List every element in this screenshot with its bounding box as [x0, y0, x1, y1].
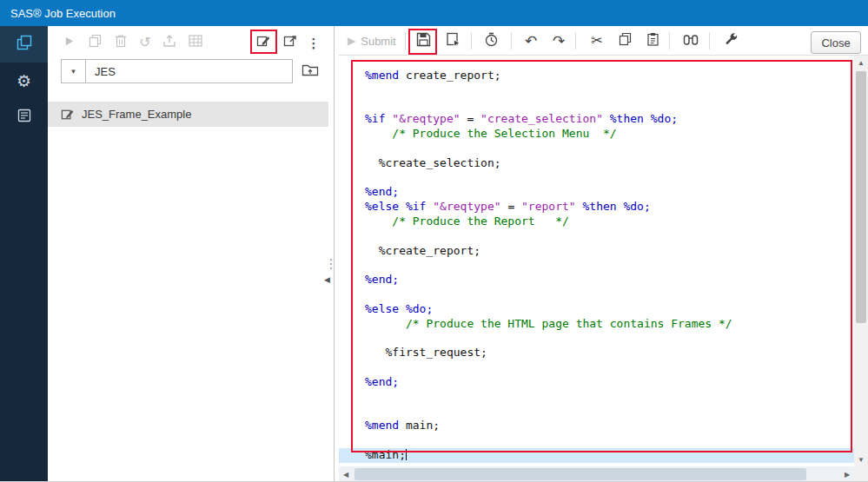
code-token: %main; [365, 448, 406, 461]
run-button[interactable] [57, 31, 80, 54]
app-header: SAS® Job Execution [0, 0, 868, 26]
copy-button[interactable] [613, 30, 636, 52]
code-line[interactable]: %main; [339, 448, 854, 463]
folder-up-icon [301, 63, 319, 81]
code-line[interactable] [365, 142, 854, 156]
code-line[interactable] [365, 98, 854, 113]
toolbar-separator [471, 32, 472, 50]
scroll-right-arrow[interactable]: ▶ [840, 466, 854, 482]
cut-button[interactable]: ✂ [586, 30, 608, 52]
code-token: /* Produce the Report */ [365, 215, 569, 228]
scroll-left-arrow[interactable]: ◀ [339, 466, 353, 482]
code-token: %end; [365, 375, 399, 388]
run-code-button[interactable] [441, 30, 464, 52]
code-token: /* Produce the Selection Menu */ [365, 127, 617, 140]
code-line[interactable]: %first_request; [365, 346, 854, 360]
code-token: = [501, 200, 521, 213]
code-token: %if [365, 112, 385, 125]
save-button[interactable] [412, 30, 434, 52]
code-line[interactable] [365, 331, 854, 346]
table-view-button[interactable] [184, 31, 207, 54]
horizontal-scroll-thumb[interactable] [354, 468, 806, 480]
code-line[interactable] [365, 258, 854, 273]
code-line[interactable]: %end; [365, 185, 854, 200]
code-token [399, 200, 406, 213]
code-line[interactable] [365, 390, 854, 405]
redo-button[interactable]: ↷ [547, 30, 570, 52]
vertical-scroll-thumb[interactable] [856, 71, 866, 323]
edit-job-button[interactable] [252, 31, 275, 54]
code-token: %create_selection; [365, 156, 501, 169]
app-window: SAS® Job Execution ⚙ ↺ [0, 0, 868, 482]
wrench-icon [724, 32, 739, 50]
collapse-panel-arrow[interactable]: ◀ [324, 274, 333, 285]
vertical-scrollbar[interactable]: ▲ ▼ [854, 56, 868, 466]
code-line[interactable] [365, 360, 854, 375]
code-line[interactable] [365, 404, 854, 419]
code-token: %if [406, 200, 426, 213]
refresh-icon: ↺ [139, 36, 150, 50]
code-line[interactable]: %create_selection; [365, 156, 854, 171]
code-line[interactable]: %end; [365, 273, 854, 287]
code-token: "&reqtype" [392, 112, 460, 125]
find-button[interactable] [679, 30, 702, 52]
folder-dropdown-button[interactable]: ▼ [62, 60, 86, 83]
rail-item-settings[interactable]: ⚙ [0, 63, 48, 99]
list-item[interactable]: JES_Frame_Example [48, 102, 328, 127]
code-token: "report" [521, 200, 576, 213]
code-line[interactable]: /* Produce the Selection Menu */ [365, 127, 854, 142]
import-button[interactable] [158, 31, 181, 54]
redo-icon: ↷ [553, 34, 565, 49]
code-line[interactable]: /* Produce the HTML page that contains F… [365, 317, 854, 332]
code-line[interactable]: %mend main; [365, 419, 854, 433]
schedule-button[interactable] [480, 30, 502, 52]
job-file-icon [61, 108, 75, 122]
code-line[interactable]: %if "&reqtype" = "create_selection" %the… [365, 112, 854, 127]
code-token: %do; [623, 200, 650, 213]
code-editor[interactable]: %mend create_report; %if "&reqtype" = "c… [339, 56, 854, 466]
code-line[interactable]: %else %do; [365, 302, 854, 317]
folder-value[interactable]: JES [86, 65, 116, 78]
delete-button[interactable] [109, 31, 132, 54]
tools-button[interactable] [719, 30, 742, 52]
close-label: Close [821, 36, 850, 50]
code-line[interactable] [365, 229, 854, 244]
editor-toolbar: ▶ Submit ↶ ↷ ✂ [339, 26, 868, 56]
copy-button[interactable] [83, 31, 106, 54]
rail-item-job-history[interactable] [0, 99, 48, 135]
submit-button[interactable]: ▶ Submit [348, 30, 396, 51]
paste-button[interactable] [641, 30, 664, 52]
more-options-button[interactable]: ⋮ [302, 31, 325, 54]
code-token: %else [365, 302, 399, 315]
code-line[interactable]: /* Produce the Report */ [365, 215, 854, 229]
scroll-down-arrow[interactable]: ▼ [854, 452, 868, 466]
undo-button[interactable]: ↶ [520, 30, 542, 52]
folder-up-button[interactable] [299, 60, 321, 83]
code-token: main; [399, 419, 440, 432]
code-line[interactable] [365, 433, 854, 448]
horizontal-scrollbar[interactable]: ◀ ▶ [339, 466, 854, 482]
code-line[interactable] [365, 83, 854, 98]
undo-icon: ↶ [525, 34, 537, 49]
rail-item-content-explorer[interactable] [0, 26, 48, 63]
code-line[interactable]: %mend create_report; [365, 69, 854, 83]
code-line[interactable]: %end; [365, 375, 854, 390]
code-token: %do; [651, 112, 678, 125]
scroll-up-arrow[interactable]: ▲ [854, 56, 868, 69]
refresh-button[interactable]: ↺ [134, 31, 156, 54]
open-external-icon [283, 34, 298, 52]
job-history-icon [17, 109, 32, 126]
open-code-button[interactable] [279, 31, 301, 54]
code-token [399, 302, 406, 315]
code-token [603, 112, 610, 125]
edit-pencil-icon [256, 34, 271, 52]
code-line[interactable]: %else %if "&reqtype" = "report" %then %d… [365, 200, 854, 215]
code-token: %mend [365, 419, 399, 432]
code-line[interactable]: %create_report; [365, 244, 854, 259]
code-line[interactable] [365, 171, 854, 186]
close-button[interactable]: Close [811, 31, 861, 54]
left-panel: ↺ ⋮ ▼ JES [48, 26, 335, 482]
code-line[interactable] [365, 287, 854, 302]
trash-icon [115, 34, 127, 51]
splitter-handle[interactable]: ••• [328, 257, 334, 273]
